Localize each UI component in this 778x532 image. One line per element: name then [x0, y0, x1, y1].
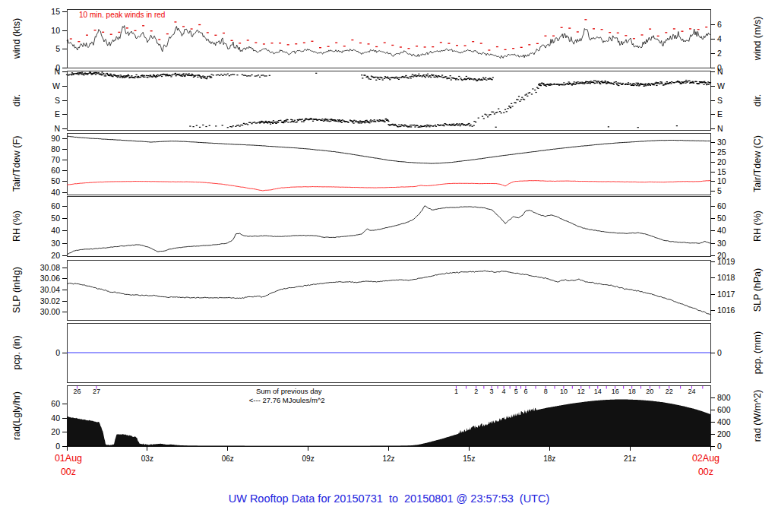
wind-dir-point — [633, 85, 634, 86]
peak-wind-mark — [625, 35, 627, 36]
wind-dir-point — [339, 119, 340, 120]
peak-wind-mark — [263, 43, 265, 44]
wind-dir-point — [461, 80, 463, 81]
peak-wind-mark — [150, 30, 153, 31]
wind-dir-point — [101, 71, 103, 72]
wind-dir-point — [482, 116, 483, 117]
wind-dir-point — [420, 125, 422, 126]
wind-dir-point — [425, 77, 426, 78]
wind-dir-point — [657, 83, 659, 84]
wind-dir-point — [383, 120, 384, 121]
wind-dir-point — [155, 77, 157, 78]
wind-dir-point — [315, 73, 317, 74]
wind-dir-point — [144, 75, 145, 76]
wind-dir-point — [251, 123, 252, 124]
wind-dir-point — [112, 76, 113, 77]
wind-dir-point — [501, 112, 502, 113]
wind-dir-point — [598, 81, 599, 82]
wind-dir-point — [199, 75, 201, 76]
wind-dir-point — [136, 74, 138, 75]
wind-dir-point — [531, 93, 533, 94]
peak-wind-mark — [223, 33, 225, 33]
wind-dir-point — [250, 122, 251, 123]
wind-dir-point — [336, 121, 337, 122]
peak-wind-mark — [255, 43, 257, 43]
wind-dir-point — [590, 81, 591, 81]
peak-wind-mark — [102, 32, 104, 33]
wind-dir-point — [102, 74, 103, 74]
wind-dir-point — [388, 78, 390, 78]
wind-dir-point — [466, 76, 467, 77]
axis-label-left-pcp: pcp. (in) — [11, 335, 22, 369]
panel-dir: NWSENNWSENdir.dir. — [11, 67, 763, 133]
peak-wind-mark — [134, 30, 136, 31]
wind-dir-point — [708, 84, 710, 85]
wind-dir-point — [653, 84, 655, 85]
wind-dir-point — [435, 126, 437, 127]
wind-dir-point — [226, 74, 227, 75]
panel-border-slp — [67, 260, 710, 320]
wind-dir-point — [283, 122, 284, 123]
wind-dir-point — [419, 126, 421, 127]
peak-wind-mark — [118, 32, 120, 33]
peak-wind-mark — [384, 43, 386, 43]
wind-dir-point — [529, 92, 530, 93]
wind-dir-point — [472, 126, 473, 127]
axis-label-left-slp: SLP (inHg) — [11, 267, 22, 313]
wind-dir-point — [311, 119, 312, 119]
wind-dir-point — [482, 80, 483, 81]
wind-dir-point — [232, 74, 233, 74]
wind-dir-point — [197, 77, 198, 78]
wind-dir-point — [637, 83, 639, 84]
wind-dir-point — [443, 125, 444, 126]
panel-border-tair — [67, 133, 710, 195]
peak-wind-mark — [657, 36, 659, 36]
wind-dir-point — [157, 76, 158, 77]
wind-dir-point — [424, 76, 425, 77]
right-tick-label: S — [717, 96, 723, 105]
wind-dir-point — [519, 101, 520, 102]
axis-label-right-rh: RH (%) — [752, 211, 763, 242]
wind-dir-point — [389, 79, 391, 80]
axis-label-left-rh: RH (%) — [11, 211, 22, 242]
wind-dir-point — [650, 85, 651, 86]
wind-dir-point — [644, 85, 645, 86]
wind-dir-point — [134, 76, 136, 77]
wind-dir-point — [637, 127, 639, 128]
wind-dir-point — [584, 84, 585, 84]
peak-wind-mark — [568, 27, 571, 28]
series-sea-level-pressure-inHg — [67, 271, 710, 315]
wind-dir-point — [341, 122, 343, 123]
wind-dir-point — [203, 78, 204, 78]
wind-dir-point — [460, 124, 462, 125]
wind-dir-point — [537, 88, 539, 89]
wind-dir-point — [539, 84, 541, 84]
wind-dir-point — [492, 112, 494, 112]
wind-dir-point — [455, 79, 457, 80]
peak-wind-mark — [504, 49, 507, 50]
wind-dir-point — [267, 122, 268, 123]
axis-label-right-dir: dir. — [752, 94, 763, 107]
left-tick-label: 40 — [51, 413, 60, 423]
wind-dir-point — [384, 122, 386, 122]
wind-dir-point — [473, 121, 475, 122]
wind-dir-point — [337, 121, 339, 122]
wind-dir-point — [536, 92, 537, 93]
wind-dir-point — [475, 79, 476, 80]
wind-dir-point — [405, 75, 406, 76]
wind-dir-point — [430, 77, 432, 78]
wind-dir-point — [653, 84, 654, 84]
wind-dir-point — [375, 122, 376, 122]
wind-dir-point — [428, 77, 429, 78]
peak-wind-mark — [593, 28, 595, 29]
wind-dir-point — [175, 73, 176, 74]
wind-dir-point — [549, 85, 551, 86]
right-tick-label: 1019 — [717, 257, 735, 266]
wind-dir-point — [508, 106, 510, 106]
left-tick-label: 60 — [51, 166, 60, 175]
purple-annotation: <--- 27.76 MJoules/m^2 — [249, 396, 325, 404]
right-tick-label: 30 — [717, 239, 726, 248]
wind-dir-point — [706, 84, 707, 85]
wind-dir-point — [433, 125, 435, 126]
wind-dir-point — [386, 78, 387, 78]
